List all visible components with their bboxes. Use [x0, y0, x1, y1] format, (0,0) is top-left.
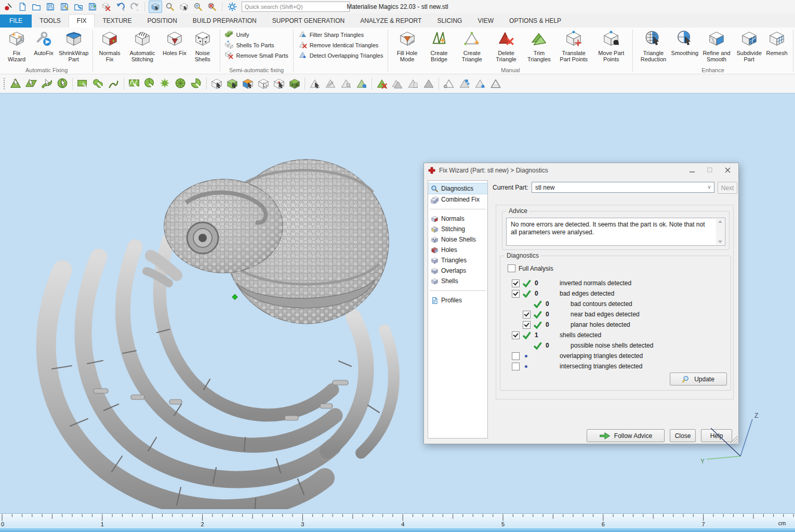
horizontal-scrollbar[interactable]	[0, 527, 795, 532]
tab-texture[interactable]: TEXTURE	[95, 15, 139, 28]
sidebar-item-shells[interactable]: Shells	[428, 276, 487, 286]
tab-file[interactable]: FILE	[0, 15, 32, 28]
tab-fix[interactable]: FIX	[69, 14, 95, 28]
subdivide-part-button[interactable]: Subdivide Part	[735, 29, 763, 64]
translate-part-points-button[interactable]: Translate Part Points	[555, 29, 592, 64]
follow-advice-button[interactable]: Follow Advice	[587, 429, 665, 442]
select-part-tool-icon[interactable]	[209, 76, 224, 91]
next-button[interactable]: Next	[718, 182, 737, 194]
tab-options-help[interactable]: OPTIONS & HELP	[501, 15, 569, 28]
remove-identical-triangles-button[interactable]: Remove Identical Triangles	[296, 41, 386, 50]
sidebar-item-triangles[interactable]: Triangles	[428, 255, 487, 265]
export-part-icon[interactable]	[86, 1, 99, 12]
tab-position[interactable]: POSITION	[140, 15, 185, 28]
deselect-part-tool-icon[interactable]	[256, 76, 271, 91]
mark-shell-tool-icon[interactable]	[55, 76, 70, 91]
remove-part-icon[interactable]	[100, 1, 113, 12]
mark-surface-tool-icon[interactable]	[39, 76, 55, 91]
tab-view[interactable]: VIEW	[470, 15, 501, 28]
help-button[interactable]: Help	[701, 429, 732, 442]
sidebar-item-profiles[interactable]: Profiles	[428, 295, 487, 305]
zoom-in-icon[interactable]	[192, 1, 204, 12]
delete-triangle-button[interactable]: Delete Triangle	[489, 29, 523, 64]
sidebar-item-normals[interactable]: Normals	[428, 214, 487, 224]
pie-selection-tool-icon[interactable]	[142, 76, 157, 91]
diagnostic-checkbox[interactable]	[523, 311, 531, 318]
tab-build-preparation[interactable]: BUILD PREPARATION	[185, 15, 264, 28]
zoom-selected-view-icon[interactable]	[149, 1, 162, 13]
triangle-outline-tool-icon[interactable]	[307, 76, 323, 91]
shrinkwrap-part-button[interactable]: ShrinkWrap Part	[57, 29, 90, 64]
remove-small-parts-button[interactable]: Remove Small Parts	[222, 51, 290, 60]
wheel-selection-tool-icon[interactable]	[173, 76, 189, 91]
autofix-button[interactable]: AutoFix	[30, 29, 57, 57]
quick-search-input[interactable]	[242, 2, 350, 12]
undo-icon[interactable]	[114, 1, 127, 12]
app-logo-icon[interactable]	[2, 1, 15, 12]
brush-selection-tool-icon[interactable]	[90, 76, 106, 91]
scroll-down-icon[interactable]	[718, 241, 722, 243]
mark-triangle-tool-icon[interactable]	[8, 76, 23, 91]
triangle-solid-tool-icon[interactable]	[421, 76, 436, 91]
triangle-circle-tool-icon[interactable]	[441, 76, 457, 91]
noise-shells-button[interactable]: Noise Shells	[188, 29, 217, 64]
create-triangle-button[interactable]: Create Triangle	[455, 29, 489, 64]
tab-slicing[interactable]: SLICING	[429, 15, 470, 28]
star-selection-tool-icon[interactable]	[157, 76, 173, 91]
advice-scrollbar[interactable]	[716, 219, 724, 245]
triangle-frame-tool-icon[interactable]	[488, 76, 504, 91]
triangle-document-tool-icon[interactable]	[405, 76, 421, 91]
dialog-close-button[interactable]	[719, 164, 736, 176]
holes-fix-button[interactable]: Holes Fix	[161, 29, 188, 57]
triangle-drops-tool-icon[interactable]	[457, 76, 472, 91]
smoothing-button[interactable]: Smoothing	[671, 29, 698, 57]
settings-icon[interactable]	[226, 1, 239, 12]
sidebar-item-holes[interactable]: Holes	[428, 245, 487, 255]
filter-sharp-triangles-button[interactable]: Filter Sharp Triangles	[296, 30, 386, 39]
dialog-maximize-button[interactable]	[701, 164, 719, 176]
triangle-flag-tool-icon[interactable]	[338, 76, 354, 91]
triangle-measure-tool-icon[interactable]	[323, 76, 338, 91]
toolbar-drag-handle[interactable]	[3, 77, 6, 90]
tab-support-generation[interactable]: SUPPORT GENERATION	[264, 15, 352, 28]
sidebar-item-overlaps[interactable]: Overlaps	[428, 265, 487, 276]
diagnostic-checkbox[interactable]	[523, 321, 531, 329]
close-button[interactable]: Close	[670, 429, 696, 442]
zoom-out-icon[interactable]	[206, 1, 218, 12]
fix-part-tool-icon[interactable]	[271, 76, 287, 91]
new-project-icon[interactable]	[16, 1, 29, 12]
move-part-points-button[interactable]: Move Part Points	[592, 29, 630, 64]
sidebar-item-diagnostics[interactable]: Diagnostics	[428, 183, 487, 194]
unify-button[interactable]: Unify	[222, 30, 290, 39]
tab-analyze-report[interactable]: ANALYZE & REPORT	[352, 15, 429, 28]
select-part-colored-tool-icon[interactable]	[240, 76, 256, 91]
fill-hole-mode-button[interactable]: Fill Hole Mode	[391, 29, 423, 64]
part-preview-icon[interactable]	[164, 1, 176, 12]
triangle-delete-tool-icon[interactable]	[374, 76, 390, 91]
triangle-blue-drop-tool-icon[interactable]	[354, 76, 369, 91]
redo-icon[interactable]	[128, 1, 141, 12]
sidebar-item-combined-fix[interactable]: Combined Fix	[428, 194, 487, 205]
diagnostic-checkbox[interactable]	[512, 331, 520, 339]
select-part-green-tool-icon[interactable]	[224, 76, 240, 91]
triangle-dot-tool-icon[interactable]	[472, 76, 488, 91]
full-analysis-checkbox[interactable]	[508, 264, 515, 272]
shells-to-parts-button[interactable]: Shells To Parts	[222, 41, 290, 50]
fix-wizard-button[interactable]: Fix Wizard	[3, 29, 30, 64]
viewport-3d[interactable]: Z Y Fix Wizard (Part: stl new) > Diagnos…	[0, 94, 795, 513]
dialog-minimize-button[interactable]	[683, 164, 701, 176]
open-project-icon[interactable]	[30, 1, 43, 12]
refine-and-smooth-button[interactable]: Refine and Smooth	[698, 29, 735, 64]
update-button[interactable]: Update	[670, 373, 727, 385]
automatic-stitching-button[interactable]: Automatic Stitching	[124, 29, 161, 64]
scroll-up-icon[interactable]	[718, 220, 722, 223]
diagnostic-checkbox[interactable]	[512, 352, 520, 360]
section-selection-tool-icon[interactable]	[189, 76, 204, 91]
triangle-pair-tool-icon[interactable]	[390, 76, 405, 91]
unify-part-tool-icon[interactable]	[287, 76, 302, 91]
import-part-icon[interactable]	[72, 1, 85, 12]
trim-triangles-button[interactable]: Trim Triangles	[523, 29, 555, 64]
triangle-reduction-button[interactable]: Triangle Reduction	[635, 29, 671, 64]
current-part-combobox[interactable]: stl new ˅	[532, 182, 714, 193]
mark-plane-tool-icon[interactable]	[23, 76, 39, 91]
